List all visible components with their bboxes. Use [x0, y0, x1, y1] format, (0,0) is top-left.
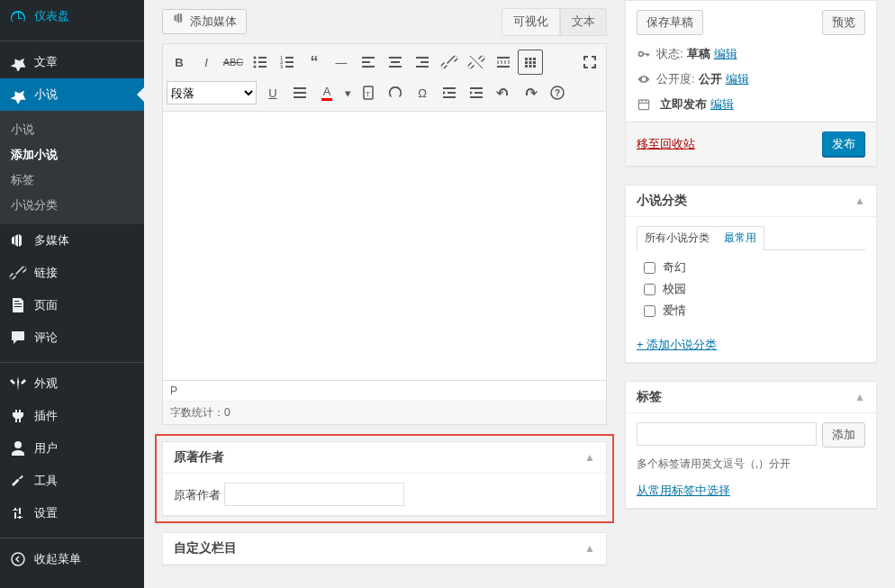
menu-collapse[interactable]: 收起菜单	[0, 543, 144, 575]
user-icon	[9, 439, 27, 457]
redo-button[interactable]	[518, 80, 543, 105]
edit-visibility-link[interactable]: 编辑	[726, 71, 749, 87]
help-button[interactable]: ?	[545, 80, 570, 105]
bold-button[interactable]: B	[167, 50, 192, 75]
outdent-button[interactable]	[437, 80, 462, 105]
edit-status-link[interactable]: 编辑	[714, 46, 737, 62]
save-draft-button[interactable]: 保存草稿	[637, 10, 703, 35]
align-right-button[interactable]	[410, 50, 435, 75]
more-button[interactable]	[491, 50, 516, 75]
special-char-button[interactable]: Ω	[410, 80, 435, 105]
editor-content[interactable]	[162, 111, 607, 381]
add-category-link[interactable]: + 添加小说分类	[637, 337, 717, 353]
clear-format-button[interactable]	[383, 80, 408, 105]
color-dropdown[interactable]: ▾	[341, 80, 354, 105]
align-left-button[interactable]	[356, 50, 381, 75]
cat-tab-all[interactable]: 所有小说分类	[637, 226, 718, 250]
add-tag-button[interactable]: 添加	[822, 422, 865, 448]
blockquote-button[interactable]: “	[302, 50, 327, 75]
cat-item[interactable]: 爱情	[644, 303, 865, 319]
menu-settings[interactable]: 设置	[0, 497, 144, 529]
unlink-button[interactable]	[464, 50, 489, 75]
hr-button[interactable]: —	[329, 50, 354, 75]
svg-point-1	[254, 57, 257, 59]
strikethrough-button[interactable]: ABC	[221, 50, 246, 75]
dashboard-icon	[9, 7, 27, 25]
indent-button[interactable]	[464, 80, 489, 105]
svg-point-5	[254, 66, 257, 68]
admin-sidebar: 仪表盘 文章 小说 小说 添加小说 标签 小说分类 多媒体 链接 页面	[0, 0, 144, 588]
svg-point-3	[254, 61, 257, 64]
author-input[interactable]	[224, 483, 404, 506]
categories-title: 小说分类	[637, 193, 687, 209]
bullet-list-button[interactable]	[248, 50, 273, 75]
menu-links[interactable]: 链接	[0, 257, 144, 289]
cat-item[interactable]: 校园	[644, 281, 865, 297]
svg-rect-12	[285, 66, 294, 68]
svg-rect-21	[416, 66, 429, 68]
format-select[interactable]: 段落	[167, 81, 257, 104]
menu-tools[interactable]: 工具	[0, 465, 144, 497]
author-box-title: 原著作者	[174, 449, 224, 466]
custom-fields-toggle[interactable]: ▲	[584, 542, 595, 555]
svg-rect-25	[525, 58, 528, 60]
submenu-novel-list[interactable]: 小说	[0, 117, 144, 142]
edit-date-link[interactable]: 编辑	[710, 96, 734, 113]
categories-toggle[interactable]: ▲	[854, 194, 865, 207]
text-color-button[interactable]: A	[314, 80, 339, 105]
editor-tab-text[interactable]: 文本	[560, 8, 607, 35]
svg-rect-30	[533, 61, 536, 64]
trash-link[interactable]: 移至回收站	[637, 136, 695, 152]
choose-tags-link[interactable]: 从常用标签中选择	[637, 484, 730, 497]
underline-button[interactable]: U	[260, 80, 285, 105]
cat-checkbox[interactable]	[644, 262, 655, 274]
editor-tab-visual[interactable]: 可视化	[502, 8, 560, 35]
fullscreen-button[interactable]	[577, 50, 602, 75]
svg-rect-35	[294, 92, 306, 94]
preview-button[interactable]: 预览	[822, 10, 865, 35]
submenu-novel: 小说 添加小说 标签 小说分类	[0, 111, 144, 224]
svg-rect-24	[497, 66, 510, 68]
publish-box: 保存草稿 预览 状态: 草稿 编辑 公开度: 公开	[625, 0, 877, 167]
submenu-novel-tags[interactable]: 标签	[0, 167, 144, 193]
svg-rect-28	[525, 61, 528, 64]
submenu-novel-add[interactable]: 添加小说	[0, 142, 144, 167]
menu-novel[interactable]: 小说	[0, 78, 144, 111]
tags-toggle[interactable]: ▲	[854, 391, 865, 403]
svg-rect-4	[258, 61, 267, 63]
word-count: 字数统计：0	[163, 402, 606, 424]
menu-plugins[interactable]: 插件	[0, 400, 144, 432]
menu-pages[interactable]: 页面	[0, 289, 144, 321]
align-center-button[interactable]	[383, 50, 408, 75]
paste-text-button[interactable]: T	[356, 80, 381, 105]
svg-text:3: 3	[280, 64, 284, 69]
cat-checkbox[interactable]	[644, 284, 655, 295]
svg-rect-40	[448, 92, 456, 94]
menu-posts[interactable]: 文章	[0, 46, 144, 78]
kitchen-sink-button[interactable]	[518, 50, 543, 75]
menu-comments[interactable]: 评论	[0, 321, 144, 354]
menu-dashboard[interactable]: 仪表盘	[0, 0, 144, 32]
menu-appearance[interactable]: 外观	[0, 367, 144, 400]
submenu-novel-categories[interactable]: 小说分类	[0, 193, 144, 218]
cat-tab-popular[interactable]: 最常用	[717, 226, 764, 250]
publish-button[interactable]: 发布	[822, 131, 865, 157]
link-button[interactable]	[437, 50, 462, 75]
tag-input[interactable]	[637, 422, 817, 446]
tool-icon	[9, 472, 27, 490]
cat-item[interactable]: 奇幻	[644, 259, 865, 276]
undo-button[interactable]	[491, 80, 516, 105]
plugin-icon	[9, 407, 27, 425]
author-box-toggle[interactable]: ▲	[584, 451, 595, 464]
menu-users[interactable]: 用户	[0, 432, 144, 465]
cat-checkbox[interactable]	[644, 305, 655, 317]
italic-button[interactable]: I	[194, 50, 219, 75]
author-label: 原著作者	[174, 488, 221, 502]
align-justify-button[interactable]	[287, 80, 312, 105]
add-media-button[interactable]: 添加媒体	[162, 9, 247, 34]
svg-rect-13	[362, 57, 375, 59]
menu-media[interactable]: 多媒体	[0, 224, 144, 257]
numbered-list-button[interactable]: 123	[275, 50, 300, 75]
editor-toolbar: B I ABC 123 “ —	[162, 43, 607, 111]
custom-fields-title: 自定义栏目	[174, 540, 237, 556]
